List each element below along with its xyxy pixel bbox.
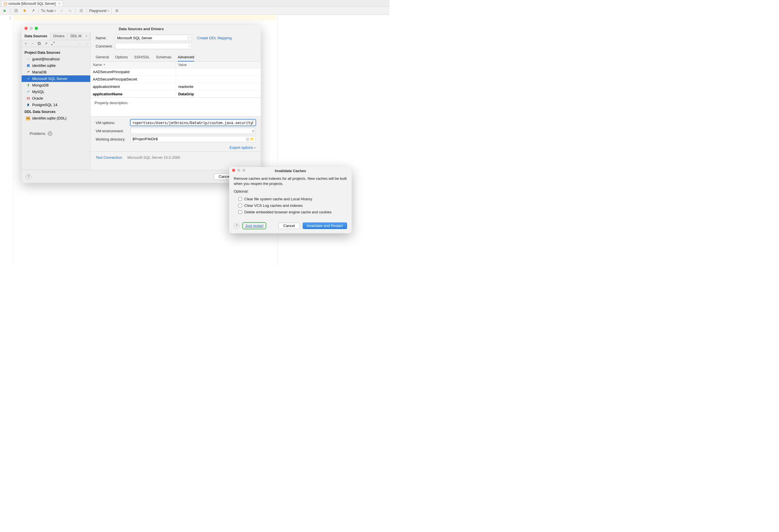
svg-rect-12 xyxy=(27,97,29,99)
checkbox-input[interactable] xyxy=(238,210,242,214)
tab-schemas[interactable]: Schemas xyxy=(156,55,171,61)
col-header-value[interactable]: Value xyxy=(176,62,261,68)
checkbox-delete-browser[interactable]: Delete embedded browser engine cache and… xyxy=(234,209,347,215)
help-icon[interactable]: ? xyxy=(234,223,239,229)
expand-icon[interactable]: ⤢ xyxy=(188,45,190,48)
editor-tab-bar: console [Microsoft SQL Server] × xyxy=(0,0,390,7)
wrench-icon[interactable] xyxy=(44,41,48,46)
run-icon[interactable] xyxy=(2,8,8,14)
window-controls xyxy=(24,27,38,30)
folder-icon[interactable]: 📁 xyxy=(250,137,254,141)
sidebar-tabs: Data Sources Drivers DDL M ▾ xyxy=(22,32,90,40)
help-icon[interactable]: ? xyxy=(25,174,31,180)
sidebar-toolbar: ＋ － ← → xyxy=(22,40,90,47)
tab-general[interactable]: General xyxy=(96,55,109,61)
checkbox-input[interactable] xyxy=(238,197,242,201)
separator xyxy=(39,8,39,13)
problems-item[interactable]: Problems 3 xyxy=(22,130,90,137)
window-close-icon[interactable] xyxy=(232,169,235,172)
add-icon[interactable]: ＋ xyxy=(23,41,28,46)
comment-input[interactable]: ⤢ xyxy=(115,43,192,49)
db-mongodb-icon xyxy=(26,83,30,87)
vm-options-input[interactable]: roperties=/Users/jetbrains/DataGrip/cust… xyxy=(130,120,256,126)
vm-options-label: VM options: xyxy=(96,121,128,125)
make-global-icon[interactable] xyxy=(51,41,55,46)
dialog-footer: ? Just restart Cancel Invalidate and Res… xyxy=(229,219,352,233)
remove-icon[interactable]: － xyxy=(30,41,35,46)
optional-label: Optional: xyxy=(234,189,347,193)
tab-options[interactable]: Options xyxy=(115,55,128,61)
comment-label: Comment: xyxy=(96,44,112,48)
just-restart-link[interactable]: Just restart xyxy=(245,223,263,228)
table-row[interactable]: AADSecurePrincipalId xyxy=(91,68,261,76)
copy-icon[interactable] xyxy=(37,41,42,46)
db-sqlite-icon xyxy=(26,64,30,68)
separator xyxy=(86,8,87,13)
test-connection-link[interactable]: Test Connection xyxy=(96,155,122,159)
svg-rect-5 xyxy=(80,9,83,12)
db-sqlserver-icon xyxy=(26,77,30,81)
col-header-name[interactable]: Name▲ xyxy=(91,62,176,68)
problems-count: 3 xyxy=(48,131,52,136)
invalidate-and-restart-button[interactable]: Invalidate and Restart xyxy=(303,222,347,229)
tab-ssh[interactable]: SSH/SSL xyxy=(134,55,150,61)
stop-icon[interactable] xyxy=(78,8,84,14)
working-dir-input[interactable]: $ProjectFileDir$ ▤ 📁 xyxy=(130,136,256,142)
tree-item-guest[interactable]: guest@localhost xyxy=(22,56,90,62)
table-row[interactable]: applicationName DataGrip xyxy=(91,90,261,97)
window-maximize-icon[interactable] xyxy=(35,27,38,30)
editor-tab-console[interactable]: console [Microsoft SQL Server] × xyxy=(1,0,63,7)
tree-item-oracle[interactable]: Oracle xyxy=(22,95,90,102)
checkbox-clear-vcs[interactable]: Clear VCS Log caches and indexes xyxy=(234,202,347,209)
color-circle-icon[interactable] xyxy=(187,36,190,40)
close-icon[interactable]: × xyxy=(58,2,60,6)
expert-options-link[interactable]: Expert options ▾ xyxy=(230,145,256,150)
history-icon[interactable] xyxy=(13,8,19,14)
tree-item-mysql[interactable]: MySQL xyxy=(22,88,90,95)
tab-data-sources[interactable]: Data Sources xyxy=(22,32,50,40)
content-tabs: General Options SSH/SSL Schemas Advanced xyxy=(91,52,261,61)
list-icon[interactable]: ▤ xyxy=(246,137,249,141)
tree-item-ddl-sqlite[interactable]: DDL identifier.sqlite (DDL) xyxy=(22,115,90,122)
tree-item-mongodb[interactable]: MongoDB xyxy=(22,82,90,88)
table-row[interactable]: applicationIntent readwrite xyxy=(91,83,261,90)
window-maximize-icon xyxy=(242,169,245,172)
session-dropdown[interactable]: Playground ▾ xyxy=(89,9,109,13)
vm-env-label: VM environment: xyxy=(96,129,128,133)
back-icon: ← xyxy=(77,41,82,46)
name-input[interactable]: Microsoft SQL Server xyxy=(115,35,192,41)
svg-rect-7 xyxy=(116,10,118,11)
tree-item-postgres[interactable]: PostgreSQL 14 xyxy=(22,102,90,108)
chevron-down-icon: ▾ xyxy=(108,9,109,12)
tree-item-mariadb[interactable]: MariaDB xyxy=(22,69,90,75)
vm-env-input[interactable]: ▤ xyxy=(130,128,256,134)
tree-item-sqlite[interactable]: identifier.sqlite xyxy=(22,62,90,69)
db-postgres-icon xyxy=(26,103,30,107)
svg-rect-4 xyxy=(24,10,25,12)
status-bar: Test Connection Microsoft SQL Server 15.… xyxy=(91,151,261,161)
commit-icon[interactable] xyxy=(58,8,65,14)
tree-section-ddl: DDL Data Sources xyxy=(22,108,90,115)
settings-icon[interactable] xyxy=(114,8,120,14)
tab-advanced[interactable]: Advanced xyxy=(178,55,194,61)
tx-mode-dropdown[interactable]: Tx: Auto ▾ xyxy=(41,9,56,13)
list-icon[interactable]: ▤ xyxy=(252,129,254,133)
window-close-icon[interactable] xyxy=(24,27,27,30)
create-ddl-mapping-link[interactable]: Create DDL Mapping xyxy=(197,36,232,40)
gutter: 1 xyxy=(0,15,14,266)
pause-icon[interactable] xyxy=(21,8,27,14)
tab-ddl-mappings[interactable]: DDL M ▾ xyxy=(68,32,91,40)
tab-drivers[interactable]: Drivers xyxy=(50,32,68,40)
tree-item-mssql[interactable]: Microsoft SQL Server xyxy=(22,75,90,82)
checkbox-input[interactable] xyxy=(238,204,242,207)
db-mysql-icon xyxy=(26,90,30,94)
table-row[interactable]: AADSecurePrincipalSecret xyxy=(91,76,261,83)
rollback-icon[interactable] xyxy=(67,8,73,14)
wrench-icon[interactable] xyxy=(30,8,36,14)
expand-icon[interactable]: ⤢ xyxy=(251,121,254,125)
invalidate-caches-dialog: Invalidate Caches Remove caches and inde… xyxy=(229,167,352,233)
tree-section-project: Project Data Sources xyxy=(22,49,90,56)
cancel-button[interactable]: Cancel xyxy=(279,223,300,229)
checkbox-clear-filesystem[interactable]: Clear file system cache and Local Histor… xyxy=(234,196,347,202)
tx-label: Tx: Auto xyxy=(41,9,54,13)
